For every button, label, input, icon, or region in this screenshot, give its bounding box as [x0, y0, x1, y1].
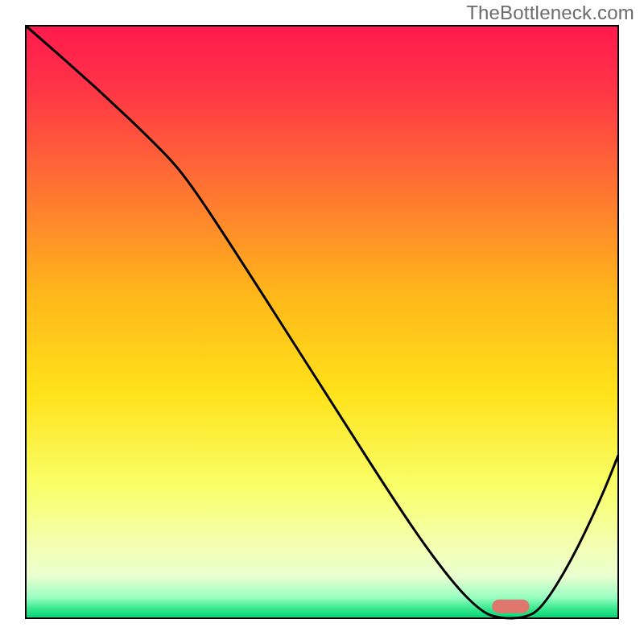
chart-stage: TheBottleneck.com [0, 0, 644, 644]
heat-gradient-rect [26, 26, 618, 618]
bottleneck-plot [0, 0, 644, 644]
optimal-indicator [492, 600, 529, 613]
